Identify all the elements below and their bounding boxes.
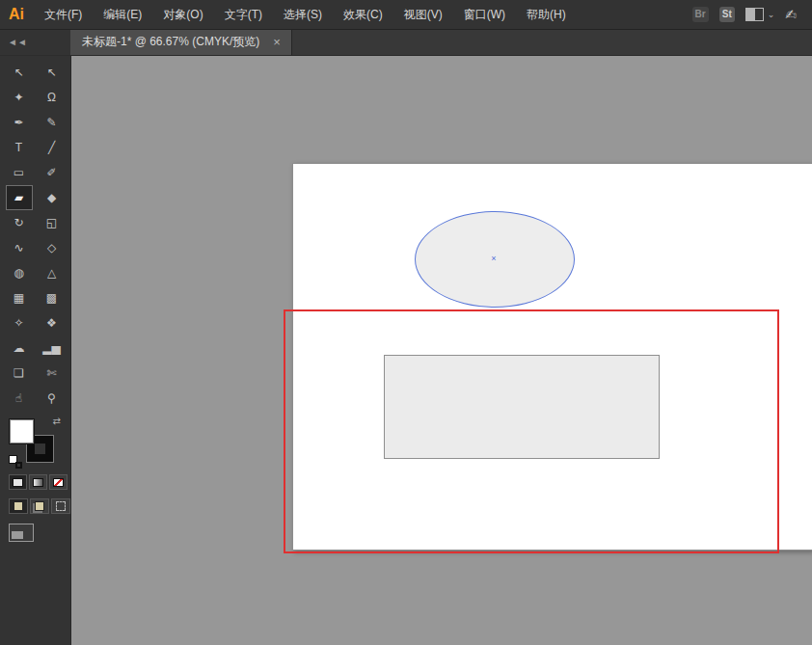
shape-builder-icon: ◍ <box>14 267 23 279</box>
mesh-tool[interactable]: ▦ <box>6 285 33 310</box>
panel-collapse-button[interactable]: ◄◄ <box>0 29 70 56</box>
line-segment-tool[interactable]: ╱ <box>39 135 66 160</box>
perspective-grid-icon: △ <box>47 267 56 279</box>
draw-mode-row <box>9 498 70 514</box>
selection-tool[interactable]: ↖ <box>6 60 33 85</box>
menu-file[interactable]: 文件(F) <box>34 0 93 29</box>
draw-inside-button[interactable] <box>51 498 70 514</box>
draw-behind-icon <box>35 501 44 511</box>
tools-panel: ◄◄ ↖↖✦Ω✒✎T╱▭✐▰◆↻◱∿◇◍△▦▩✧❖☁▂▅❏✄☝⚲ ⇄ <box>0 29 71 645</box>
eraser-tool[interactable]: ▰ <box>6 185 33 210</box>
menu-effect[interactable]: 效果(C) <box>333 0 393 29</box>
type-tool[interactable]: T <box>6 135 33 160</box>
workspace-switcher[interactable]: ⌄ <box>745 8 775 21</box>
eyedropper-icon: ✧ <box>14 317 23 329</box>
blend-tool[interactable]: ❖ <box>39 310 66 336</box>
menu-window[interactable]: 窗口(W) <box>453 0 516 29</box>
gradient-button[interactable] <box>29 474 47 490</box>
curvature-tool[interactable]: ✎ <box>39 110 66 135</box>
slice-tool[interactable]: ✄ <box>39 361 66 386</box>
default-stroke-square <box>15 462 22 469</box>
app-logo: Ai <box>0 0 34 29</box>
scale-tool[interactable]: ◱ <box>39 210 66 235</box>
pen-icon: ✒ <box>14 117 23 128</box>
draw-behind-button[interactable] <box>30 498 49 514</box>
menu-bar: Ai 文件(F)编辑(E)对象(O)文字(T)选择(S)效果(C)视图(V)窗口… <box>0 0 812 30</box>
lasso-icon: Ω <box>47 92 56 103</box>
tool-grid: ↖↖✦Ω✒✎T╱▭✐▰◆↻◱∿◇◍△▦▩✧❖☁▂▅❏✄☝⚲ <box>0 56 70 411</box>
gradient-icon: ▩ <box>46 292 57 304</box>
menu-help[interactable]: 帮助(H) <box>516 0 577 29</box>
column-graph-icon: ▂▅ <box>42 342 60 354</box>
default-fill-stroke-icon[interactable] <box>9 455 22 469</box>
color-fill-icon <box>13 478 23 487</box>
column-graph-tool[interactable]: ▂▅ <box>39 336 66 361</box>
zoom-tool[interactable]: ⚲ <box>39 386 66 411</box>
rotate-icon: ↻ <box>14 217 23 228</box>
symbol-sprayer-icon: ☁ <box>14 342 25 354</box>
menu-select[interactable]: 选择(S) <box>273 0 333 29</box>
screen-mode-icon <box>12 531 23 539</box>
canvas-area[interactable]: × <box>70 55 812 645</box>
hand-tool[interactable]: ☝ <box>6 386 33 411</box>
width-icon: ∿ <box>14 242 23 254</box>
bridge-icon[interactable]: Br <box>692 7 709 22</box>
magic-wand-icon: ✦ <box>14 92 23 103</box>
scale-icon: ◱ <box>46 217 57 228</box>
slice-icon: ✄ <box>46 367 56 379</box>
perspective-grid-tool[interactable]: △ <box>39 260 66 285</box>
draw-normal-button[interactable] <box>9 498 28 514</box>
gradient-tool[interactable]: ▩ <box>39 285 66 310</box>
direct-selection-tool[interactable]: ↖ <box>39 60 66 85</box>
tab-close-icon[interactable]: × <box>273 36 281 48</box>
chevron-down-icon: ⌄ <box>768 11 775 19</box>
width-tool[interactable]: ∿ <box>6 235 33 260</box>
menu-view[interactable]: 视图(V) <box>393 0 453 29</box>
magic-wand-tool[interactable]: ✦ <box>6 85 33 110</box>
menu-edit[interactable]: 编辑(E) <box>93 0 152 29</box>
artboard-icon: ❏ <box>14 367 24 379</box>
lasso-tool[interactable]: Ω <box>39 85 66 110</box>
knife-tool[interactable]: ◆ <box>39 185 66 210</box>
zoom-icon: ⚲ <box>47 392 56 404</box>
type-icon: T <box>15 142 22 153</box>
fill-color-swatch[interactable] <box>9 418 35 444</box>
symbol-sprayer-tool[interactable]: ☁ <box>6 336 33 361</box>
stock-icon[interactable]: St <box>719 7 735 22</box>
eraser-icon: ▰ <box>14 192 23 203</box>
menubar-right-icons: Br St ⌄ ✍ <box>692 7 812 22</box>
menu-list: 文件(F)编辑(E)对象(O)文字(T)选择(S)效果(C)视图(V)窗口(W)… <box>34 0 577 29</box>
paintbrush-icon: ✐ <box>46 167 56 178</box>
swap-fill-stroke-icon[interactable]: ⇄ <box>53 417 61 426</box>
menu-object[interactable]: 对象(O) <box>152 0 213 29</box>
rectangle-tool[interactable]: ▭ <box>6 160 33 185</box>
rotate-tool[interactable]: ↻ <box>6 210 33 235</box>
pen-tool[interactable]: ✒ <box>6 110 33 135</box>
document-tab-strip: 未标题-1* @ 66.67% (CMYK/预览) × <box>70 29 812 56</box>
draw-inside-icon <box>56 501 66 511</box>
color-button[interactable] <box>9 474 27 490</box>
artboard-tool[interactable]: ❏ <box>6 361 33 386</box>
hand-icon: ☝ <box>15 392 22 404</box>
shape-builder-tool[interactable]: ◍ <box>6 260 33 285</box>
free-transform-tool[interactable]: ◇ <box>39 235 66 260</box>
draw-normal-icon <box>14 501 23 511</box>
line-segment-icon: ╱ <box>48 142 55 153</box>
color-mode-row <box>9 474 70 490</box>
menu-type[interactable]: 文字(T) <box>214 0 273 29</box>
mesh-icon: ▦ <box>14 292 24 304</box>
paintbrush-tool[interactable]: ✐ <box>39 160 66 185</box>
share-icon[interactable]: ✍ <box>785 8 797 21</box>
document-tab-title: 未标题-1* @ 66.67% (CMYK/预览) <box>82 34 259 50</box>
eyedropper-tool[interactable]: ✧ <box>6 310 33 336</box>
fill-stroke-indicator: ⇄ <box>9 417 63 469</box>
screen-mode-button[interactable] <box>9 524 34 542</box>
document-tab[interactable]: 未标题-1* @ 66.67% (CMYK/预览) × <box>70 29 292 55</box>
direct-selection-icon: ↖ <box>46 67 56 78</box>
free-transform-icon: ◇ <box>47 242 56 254</box>
gradient-fill-icon <box>33 478 43 487</box>
ellipse-center-mark: × <box>491 255 496 263</box>
workspace-layout-icon <box>745 8 764 21</box>
red-selection-rectangle[interactable] <box>284 309 779 553</box>
none-button[interactable] <box>49 474 68 490</box>
